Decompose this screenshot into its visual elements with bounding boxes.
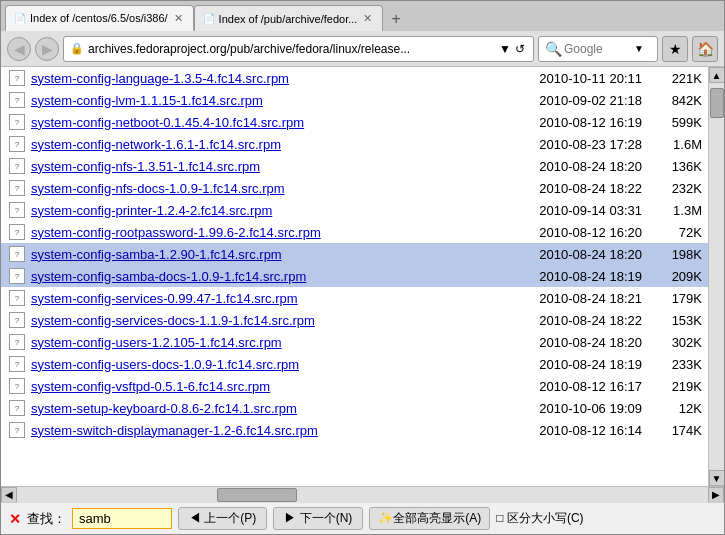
file-link[interactable]: system-config-network-1.6.1-1.fc14.src.r… [31, 137, 502, 152]
file-item[interactable]: ? system-setup-keyboard-0.8.6-2.fc14.1.s… [1, 397, 708, 419]
file-link[interactable]: system-config-samba-docs-1.0.9-1.fc14.sr… [31, 269, 502, 284]
file-size: 219K [652, 379, 702, 394]
file-type-icon: ? [9, 378, 25, 394]
find-input[interactable] [72, 508, 172, 529]
file-item[interactable]: ? system-config-network-1.6.1-1.fc14.src… [1, 133, 708, 155]
scroll-thumb[interactable] [710, 88, 724, 118]
find-prev-button[interactable]: ◀ 上一个(P) [178, 507, 267, 530]
file-link[interactable]: system-config-vsftpd-0.5.1-6.fc14.src.rp… [31, 379, 502, 394]
file-icon: ? [7, 266, 27, 286]
scroll-right-button[interactable]: ▶ [708, 487, 724, 503]
scroll-track[interactable] [709, 83, 725, 470]
file-date: 2010-10-06 19:09 [502, 401, 642, 416]
bookmark-button[interactable]: ★ [662, 36, 688, 62]
file-link[interactable]: system-config-users-1.2.105-1.fc14.src.r… [31, 335, 502, 350]
file-link[interactable]: system-config-rootpassword-1.99.6-2.fc14… [31, 225, 502, 240]
file-link[interactable]: system-config-users-docs-1.0.9-1.fc14.sr… [31, 357, 502, 372]
file-link[interactable]: system-config-samba-1.2.90-1.fc14.src.rp… [31, 247, 502, 262]
file-item[interactable]: ? system-config-users-docs-1.0.9-1.fc14.… [1, 353, 708, 375]
find-label: 查找： [27, 510, 66, 528]
file-icon: ? [7, 134, 27, 154]
file-link[interactable]: system-switch-displaymanager-1.2-6.fc14.… [31, 423, 502, 438]
file-item[interactable]: ? system-config-services-docs-1.1.9-1.fc… [1, 309, 708, 331]
new-tab-button[interactable]: + [383, 7, 408, 31]
file-link[interactable]: system-config-netboot-0.1.45.4-10.fc14.s… [31, 115, 502, 130]
tab-2-icon: 📄 [203, 13, 215, 24]
tab-bar: 📄 Index of /centos/6.5/os/i386/ ✕ 📄 Inde… [1, 1, 724, 31]
scroll-down-button[interactable]: ▼ [709, 470, 725, 486]
file-link[interactable]: system-config-language-1.3.5-4.fc14.src.… [31, 71, 502, 86]
search-input[interactable] [564, 42, 634, 56]
vertical-scrollbar[interactable]: ▲ ▼ [708, 67, 724, 486]
file-icon: ? [7, 112, 27, 132]
address-go-button[interactable]: ▼ [497, 42, 513, 56]
file-size: 198K [652, 247, 702, 262]
tab-1-icon: 📄 [14, 13, 26, 24]
file-size: 153K [652, 313, 702, 328]
file-size: 302K [652, 335, 702, 350]
file-type-icon: ? [9, 92, 25, 108]
file-icon: ? [7, 178, 27, 198]
horizontal-scrollbar[interactable]: ◀ ▶ [1, 486, 724, 502]
refresh-button[interactable]: ↺ [513, 42, 527, 56]
search-dropdown-icon[interactable]: ▼ [634, 43, 644, 54]
find-highlight-button[interactable]: ✨全部高亮显示(A) [369, 507, 490, 530]
file-item[interactable]: ? system-config-services-0.99.47-1.fc14.… [1, 287, 708, 309]
file-link[interactable]: system-config-nfs-1.3.51-1.fc14.src.rpm [31, 159, 502, 174]
file-date: 2010-08-24 18:20 [502, 159, 642, 174]
file-type-icon: ? [9, 334, 25, 350]
scroll-left-button[interactable]: ◀ [1, 487, 17, 503]
content-area: ? system-config-language-1.3.5-4.fc14.sr… [1, 67, 724, 486]
file-item[interactable]: ? system-config-vsftpd-0.5.1-6.fc14.src.… [1, 375, 708, 397]
file-type-icon: ? [9, 114, 25, 130]
file-icon: ? [7, 156, 27, 176]
file-date: 2010-08-24 18:20 [502, 335, 642, 350]
file-size: 599K [652, 115, 702, 130]
file-item[interactable]: ? system-config-samba-1.2.90-1.fc14.src.… [1, 243, 708, 265]
file-icon: ? [7, 244, 27, 264]
back-button[interactable]: ◀ [7, 37, 31, 61]
find-next-button[interactable]: ▶ 下一个(N) [273, 507, 363, 530]
file-list-scroll[interactable]: ? system-config-language-1.3.5-4.fc14.sr… [1, 67, 708, 486]
file-size: 174K [652, 423, 702, 438]
file-icon: ? [7, 222, 27, 242]
file-item[interactable]: ? system-config-rootpassword-1.99.6-2.fc… [1, 221, 708, 243]
file-link[interactable]: system-config-services-docs-1.1.9-1.fc14… [31, 313, 502, 328]
tab-2-close[interactable]: ✕ [361, 12, 374, 25]
find-close-button[interactable]: ✕ [9, 511, 21, 527]
address-input[interactable] [88, 42, 497, 56]
forward-button[interactable]: ▶ [35, 37, 59, 61]
file-size: 179K [652, 291, 702, 306]
file-link[interactable]: system-config-services-0.99.47-1.fc14.sr… [31, 291, 502, 306]
h-scroll-thumb[interactable] [217, 488, 297, 502]
file-item[interactable]: ? system-config-nfs-docs-1.0.9-1.fc14.sr… [1, 177, 708, 199]
file-link[interactable]: system-setup-keyboard-0.8.6-2.fc14.1.src… [31, 401, 502, 416]
file-date: 2010-08-23 17:28 [502, 137, 642, 152]
file-size: 1.3M [652, 203, 702, 218]
file-item[interactable]: ? system-config-printer-1.2.4-2.fc14.src… [1, 199, 708, 221]
tab-2[interactable]: 📄 Index of /pub/archive/fedor... ✕ [194, 5, 384, 31]
file-item[interactable]: ? system-config-netboot-0.1.45.4-10.fc14… [1, 111, 708, 133]
file-item[interactable]: ? system-switch-displaymanager-1.2-6.fc1… [1, 419, 708, 441]
file-link[interactable]: system-config-lvm-1.1.15-1.fc14.src.rpm [31, 93, 502, 108]
h-scroll-track[interactable] [17, 487, 708, 503]
file-icon: ? [7, 310, 27, 330]
file-icon: ? [7, 68, 27, 88]
file-item[interactable]: ? system-config-lvm-1.1.15-1.fc14.src.rp… [1, 89, 708, 111]
file-link[interactable]: system-config-nfs-docs-1.0.9-1.fc14.src.… [31, 181, 502, 196]
file-item[interactable]: ? system-config-language-1.3.5-4.fc14.sr… [1, 67, 708, 89]
scroll-up-button[interactable]: ▲ [709, 67, 725, 83]
home-button[interactable]: 🏠 [692, 36, 718, 62]
search-engine-icon[interactable]: 🔍 [545, 41, 562, 57]
tab-1-close[interactable]: ✕ [172, 12, 185, 25]
find-case-button[interactable]: □ 区分大小写(C) [496, 510, 583, 527]
address-lock-icon: 🔒 [70, 42, 84, 55]
file-item[interactable]: ? system-config-nfs-1.3.51-1.fc14.src.rp… [1, 155, 708, 177]
file-date: 2010-08-12 16:17 [502, 379, 642, 394]
file-icon: ? [7, 90, 27, 110]
file-date: 2010-10-11 20:11 [502, 71, 642, 86]
file-link[interactable]: system-config-printer-1.2.4-2.fc14.src.r… [31, 203, 502, 218]
file-item[interactable]: ? system-config-users-1.2.105-1.fc14.src… [1, 331, 708, 353]
tab-1[interactable]: 📄 Index of /centos/6.5/os/i386/ ✕ [5, 5, 194, 31]
file-item[interactable]: ? system-config-samba-docs-1.0.9-1.fc14.… [1, 265, 708, 287]
